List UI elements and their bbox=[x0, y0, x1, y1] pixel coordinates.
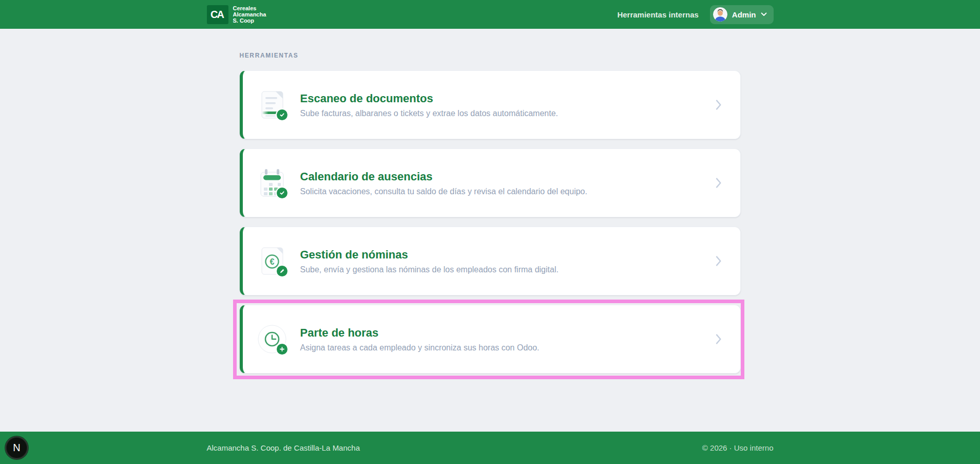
card-wrap-parte-de-horas: Parte de horas Asigna tareas a cada empl… bbox=[240, 305, 741, 374]
card-wrap-escaneo: Escaneo de documentos Sube facturas, alb… bbox=[240, 70, 741, 139]
tool-card-list: Escaneo de documentos Sube facturas, alb… bbox=[240, 70, 741, 374]
content-container: HERRAMIENTAS bbox=[240, 29, 741, 374]
card-description: Solicita vacaciones, consulta tu saldo d… bbox=[300, 187, 587, 196]
card-escaneo-de-documentos[interactable]: Escaneo de documentos Sube facturas, alb… bbox=[240, 70, 741, 139]
card-text: Gestión de nóminas Sube, envía y gestion… bbox=[300, 248, 559, 274]
footer: Alcamancha S. Coop. de Castilla-La Manch… bbox=[0, 432, 980, 464]
user-name: Admin bbox=[732, 10, 756, 19]
header-right: Herramientas internas bbox=[617, 5, 773, 24]
admin-user-menu-button[interactable]: Admin bbox=[710, 5, 774, 24]
app-screen: CA Cereales Alcamancha S. Coop Herramien… bbox=[0, 0, 980, 464]
card-text: Calendario de ausencias Solicita vacacio… bbox=[300, 170, 587, 196]
logo-text: Cereales Alcamancha S. Coop bbox=[233, 5, 266, 24]
card-title: Parte de horas bbox=[300, 326, 540, 340]
logo-monogram: CA bbox=[207, 5, 228, 24]
card-calendario-de-ausencias[interactable]: Calendario de ausencias Solicita vacacio… bbox=[240, 149, 741, 217]
card-gestion-de-nominas[interactable]: € Gestión de nóminas Sube, envía y gesti… bbox=[240, 227, 741, 295]
main-area: HERRAMIENTAS bbox=[0, 29, 980, 432]
footer-copyright-text: © 2026 · Uso interno bbox=[702, 443, 774, 452]
logo-line-3: S. Coop bbox=[233, 17, 266, 24]
chevron-right-icon bbox=[716, 256, 722, 266]
nav-link-herramientas-internas[interactable]: Herramientas internas bbox=[617, 10, 698, 19]
card-wrap-calendario: Calendario de ausencias Solicita vacacio… bbox=[240, 149, 741, 217]
footer-container: Alcamancha S. Coop. de Castilla-La Manch… bbox=[207, 443, 774, 452]
card-title: Gestión de nóminas bbox=[300, 248, 559, 262]
card-title: Calendario de ausencias bbox=[300, 170, 587, 183]
card-description: Asigna tareas a cada empleado y sincroni… bbox=[300, 343, 540, 352]
card-title: Escaneo de documentos bbox=[300, 92, 559, 105]
card-description: Sube, envía y gestiona las nóminas de lo… bbox=[300, 265, 559, 274]
plus-badge-icon bbox=[276, 343, 289, 356]
chevron-right-icon bbox=[716, 334, 722, 344]
card-text: Escaneo de documentos Sube facturas, alb… bbox=[300, 92, 559, 118]
euro-document-icon: € bbox=[257, 246, 287, 276]
logo-line-2: Alcamancha bbox=[233, 11, 266, 17]
card-description: Sube facturas, albaranes o tickets y ext… bbox=[300, 109, 559, 118]
card-text: Parte de horas Asigna tareas a cada empl… bbox=[300, 326, 540, 352]
pencil-badge-icon bbox=[276, 265, 289, 277]
logo-line-1: Cereales bbox=[233, 5, 266, 11]
svg-text:€: € bbox=[270, 257, 274, 266]
header-container: CA Cereales Alcamancha S. Coop Herramien… bbox=[207, 5, 774, 24]
dev-tools-badge[interactable]: N bbox=[5, 436, 28, 459]
chevron-down-icon bbox=[761, 12, 767, 16]
section-label: HERRAMIENTAS bbox=[240, 52, 741, 59]
check-badge-icon bbox=[276, 187, 289, 199]
chevron-right-icon bbox=[716, 178, 722, 188]
card-wrap-nominas: € Gestión de nóminas Sube, envía y gesti… bbox=[240, 227, 741, 295]
clock-icon bbox=[257, 324, 287, 354]
card-parte-de-horas[interactable]: Parte de horas Asigna tareas a cada empl… bbox=[240, 305, 741, 374]
footer-company-text: Alcamancha S. Coop. de Castilla-La Manch… bbox=[207, 443, 360, 452]
company-logo[interactable]: CA Cereales Alcamancha S. Coop bbox=[207, 5, 266, 24]
header: CA Cereales Alcamancha S. Coop Herramien… bbox=[0, 0, 980, 29]
check-badge-icon bbox=[276, 108, 289, 121]
chevron-right-icon bbox=[716, 100, 722, 110]
document-scan-icon bbox=[257, 90, 287, 120]
calendar-icon bbox=[257, 168, 287, 198]
user-avatar bbox=[713, 7, 727, 22]
